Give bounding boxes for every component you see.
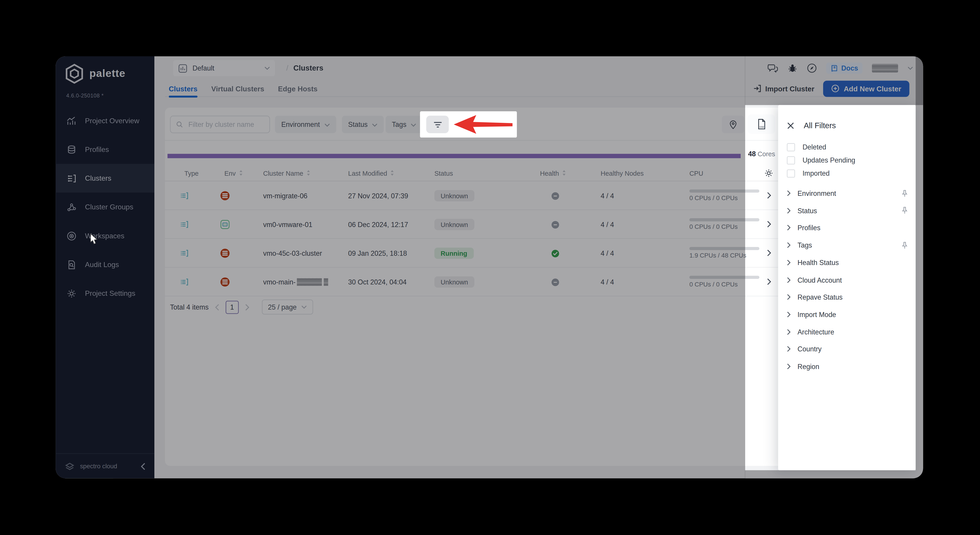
export-csv-button[interactable]: csv [748,115,775,134]
page-size-select[interactable]: 25 / page [262,299,313,315]
filter-section-status[interactable]: Status [787,204,908,217]
sort-icon[interactable] [307,169,311,177]
chevron-right-icon [767,276,771,288]
status-badge: Running [434,248,474,259]
filter-checkbox-updates-pending[interactable]: Updates Pending [787,155,856,165]
filter-section-environment[interactable]: Environment [787,187,908,199]
column-label: Healthy Nodes [601,169,643,177]
sidebar-item-project-settings[interactable]: Project Settings [56,279,154,307]
docs-button[interactable]: Docs [826,63,862,74]
cluster-type-icon [180,268,189,296]
close-icon[interactable] [787,122,794,129]
sidebar-item-workspaces[interactable]: Workspaces [56,221,154,250]
filter-section-region[interactable]: Region [787,360,908,373]
healthy-nodes-cell: 4 / 4 [601,182,614,210]
filter-section-label: Profiles [798,224,821,232]
sidebar-item-audit-logs[interactable]: Audit Logs [56,250,154,279]
sidebar-item-label: Project Overview [85,117,139,124]
expand-row-button[interactable] [760,239,777,268]
import-cluster-button[interactable]: Import Cluster [753,84,815,92]
filter-section-repave-status[interactable]: Repave Status [787,291,908,303]
more-filters-button[interactable] [426,116,449,133]
report-bug-button[interactable] [788,63,798,73]
feedback-button[interactable] [767,63,778,73]
docs-label: Docs [841,64,858,72]
pin-icon[interactable] [901,189,908,197]
cluster-name-cell[interactable]: vm-migrate-06 [263,182,307,210]
book-icon [830,64,838,72]
filter-section-import-mode[interactable]: Import Mode [787,308,908,321]
csv-file-icon: csv [756,118,767,130]
filter-section-country[interactable]: Country [787,343,908,355]
user-menu-chevron-icon[interactable] [907,66,913,70]
prev-page-button[interactable] [215,304,219,310]
cpu-usage-text: 1.9 CPUs / 48 CPUs [689,252,746,259]
last-modified-cell: 06 Dec 2024, 12:17 [348,210,408,239]
tab-virtual-clusters[interactable]: Virtual Clusters [211,80,264,97]
sidebar-footer: spectro cloud [56,453,154,478]
sort-icon[interactable] [239,169,243,177]
cpu-cell: 0 CPUs / 0 CPUs [689,210,759,239]
column-label: CPU [689,169,703,177]
cluster-type-icon [180,239,189,268]
checkbox[interactable] [787,156,795,164]
search-input[interactable] [187,120,264,129]
checkbox[interactable] [787,169,795,177]
tab-clusters[interactable]: Clusters [169,80,197,97]
health-none-icon [551,278,559,286]
tab-edge-hosts[interactable]: Edge Hosts [278,80,318,97]
collapse-sidebar-button[interactable] [141,462,146,470]
column-header-env[interactable]: Env [224,165,243,182]
filter-checkbox-imported[interactable]: Imported [787,168,830,178]
filter-section-profiles[interactable]: Profiles [787,221,908,234]
filter-dropdown-status[interactable]: Status [342,116,384,133]
chevron-right-icon [787,309,791,320]
explore-button[interactable] [807,63,817,73]
pin-icon[interactable] [901,207,908,215]
openstack-env-icon [220,268,230,296]
chevron-down-icon [410,121,416,128]
cluster-name-cell[interactable]: vm0-vmware-01 [263,210,312,239]
cluster-type-icon [180,210,189,239]
column-header-last-modified[interactable]: Last Modified [348,165,395,182]
expand-row-button[interactable] [760,210,777,239]
sidebar-item-profiles[interactable]: Profiles [56,135,154,164]
svg-text:csv: csv [759,125,764,129]
column-label: Type [185,169,199,177]
column-header-health[interactable]: Health [540,165,566,182]
filter-dropdown-tags[interactable]: Tags [386,116,423,133]
filter-section-tags[interactable]: Tags [787,239,908,252]
expand-row-button[interactable] [760,182,777,210]
filter-dropdown-environment[interactable]: Environment [275,116,336,133]
sidebar-item-clusters[interactable]: Clusters [56,164,154,193]
sort-icon[interactable] [562,169,566,177]
filter-section-architecture[interactable]: Architecture [787,326,908,338]
last-modified-cell: 30 Oct 2024, 04:04 [348,268,407,296]
pagination: Total 4 items 1 25 / page [170,298,313,316]
expand-row-button[interactable] [760,268,777,296]
cluster-name-cell[interactable]: vmo-main- [263,268,328,296]
filter-section-health-status[interactable]: Health Status [787,256,908,269]
app-window: palette 4.6.0-250108 * Project OverviewP… [56,56,923,478]
cluster-name-cell[interactable]: vmo-45c-03-cluster [263,239,322,268]
column-settings-button[interactable] [760,167,777,179]
breadcrumb-separator: / [286,64,288,73]
sidebar-item-project-overview[interactable]: Project Overview [56,106,154,135]
cluster-search [170,116,270,133]
filter-section-label: Repave Status [798,293,843,301]
filter-checkbox-deleted[interactable]: Deleted [787,142,826,152]
map-view-button[interactable] [722,116,745,133]
nodes-icon [66,202,77,212]
page-number-button[interactable]: 1 [226,301,239,314]
cpu-usage-text: 0 CPUs / 0 CPUs [689,223,738,230]
project-selector[interactable]: Default [173,60,275,76]
sidebar-item-cluster-groups[interactable]: Cluster Groups [56,193,154,221]
status-cell: Unknown [434,268,474,296]
sort-icon[interactable] [390,169,395,177]
pin-icon[interactable] [901,241,908,249]
filter-section-cloud-account[interactable]: Cloud Account [787,274,908,286]
add-new-cluster-button[interactable]: Add New Cluster [823,80,910,97]
column-header-cluster-name[interactable]: Cluster Name [263,165,311,182]
next-page-button[interactable] [245,304,249,310]
checkbox[interactable] [787,143,795,151]
